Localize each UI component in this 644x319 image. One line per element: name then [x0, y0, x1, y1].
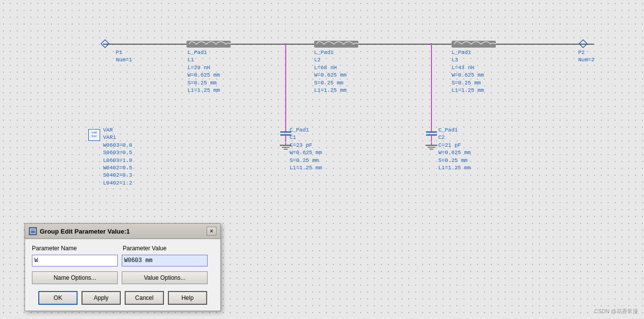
dialog-body: Parameter Name Parameter Value Name Opti…: [25, 239, 220, 311]
param-name-input[interactable]: [32, 255, 118, 266]
ground-c2: [425, 142, 438, 152]
param-value-input[interactable]: [122, 255, 208, 266]
dialog-options-row: Name Options... Value Options...: [32, 271, 214, 284]
port-p1: [100, 39, 110, 49]
capacitor-c2: [424, 125, 439, 145]
l3-label: L_Pad1 L3 L=43 nH W=0.625 mm S=0.25 mm L…: [452, 49, 484, 94]
var-box-container: VAR Eqn: [88, 129, 100, 141]
p2-label: P2 Num=2: [578, 49, 594, 64]
v-wire-c2: [431, 43, 432, 127]
dialog-title-left: Group Edit Parameter Value:1: [29, 227, 130, 235]
v-wire-c1: [285, 43, 286, 127]
svg-marker-0: [101, 40, 109, 48]
apply-button[interactable]: Apply: [81, 291, 121, 305]
help-button[interactable]: Help: [168, 291, 207, 305]
cancel-button[interactable]: Cancel: [125, 291, 164, 305]
param-name-header: Parameter Name: [32, 245, 123, 252]
var-icon: VAR Eqn: [88, 129, 100, 141]
value-options-button[interactable]: Value Options...: [122, 271, 208, 284]
ground-c1: [279, 142, 293, 152]
dialog-title-text: Group Edit Parameter Value:1: [40, 228, 130, 235]
ok-button[interactable]: OK: [38, 291, 78, 305]
svg-marker-1: [579, 40, 587, 48]
watermark: CSDN @花香常漫: [594, 308, 638, 315]
name-options-button[interactable]: Name Options...: [32, 271, 118, 284]
svg-rect-21: [30, 229, 35, 234]
l2-label: L_Pad1 L2 L=68 nH W=0.625 mm S=0.25 mm L…: [314, 49, 347, 94]
dialog-headers: Parameter Name Parameter Value: [32, 245, 214, 252]
param-value-header: Parameter Value: [123, 245, 166, 252]
circuit-canvas: P1 Num=1 P2 Num=2 L_Pad1 L1 L=29 nH W=0.…: [0, 0, 644, 319]
l1-label: L_Pad1 L1 L=29 nH W=0.625 mm S=0.25 mm L…: [188, 49, 220, 94]
port-p2: [578, 39, 588, 49]
dialog-footer: OK Apply Cancel Help: [32, 291, 214, 305]
dialog-icon: [29, 227, 37, 235]
dialog-close-button[interactable]: ×: [207, 227, 216, 236]
c2-label: C_Pad1 C2 C=21 pF W=0.625 mm S=0.25 mm L…: [438, 127, 471, 172]
p1-label: P1 Num=1: [116, 49, 132, 64]
var-label: VAR VAR1 W0603=0.8 S0603=0.5 L0603=1.8 W…: [103, 127, 132, 187]
group-edit-dialog: Group Edit Parameter Value:1 × Parameter…: [25, 223, 221, 311]
dialog-inputs-row: [32, 255, 214, 266]
dialog-titlebar: Group Edit Parameter Value:1 ×: [25, 224, 220, 239]
c1-label: C_Pad1 C1 C=23 pF W=0.625 mm S=0.25 mm L…: [290, 127, 322, 172]
